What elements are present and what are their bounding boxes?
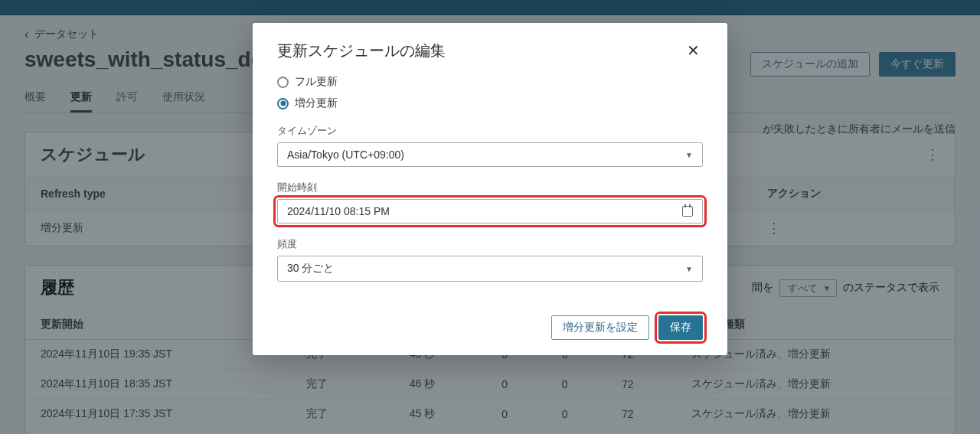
radio-full-refresh[interactable]: フル更新	[277, 75, 703, 89]
calendar-icon[interactable]	[682, 206, 693, 217]
radio-unselected-icon	[277, 77, 289, 88]
timezone-select[interactable]: Asia/Tokyo (UTC+09:00) ▼	[277, 142, 703, 167]
chevron-down-icon: ▼	[685, 151, 693, 159]
frequency-select[interactable]: 30 分ごと ▼	[277, 256, 703, 282]
configure-incremental-button[interactable]: 増分更新を設定	[551, 315, 649, 340]
start-time-label: 開始時刻	[277, 181, 703, 194]
save-button[interactable]: 保存	[658, 315, 703, 340]
close-icon[interactable]: ✕	[684, 38, 703, 63]
radio-selected-icon	[277, 98, 289, 109]
frequency-label: 頻度	[277, 237, 703, 251]
chevron-down-icon: ▼	[685, 265, 693, 273]
modal-title: 更新スケジュールの編集	[277, 41, 446, 61]
timezone-label: タイムゾーン	[277, 124, 703, 138]
start-time-input[interactable]: 2024/11/10 08:15 PM	[277, 199, 703, 224]
radio-incremental-refresh[interactable]: 増分更新	[277, 96, 703, 110]
edit-schedule-modal: 更新スケジュールの編集 ✕ フル更新 増分更新 タイムゾーン Asia/Toky…	[253, 23, 727, 355]
